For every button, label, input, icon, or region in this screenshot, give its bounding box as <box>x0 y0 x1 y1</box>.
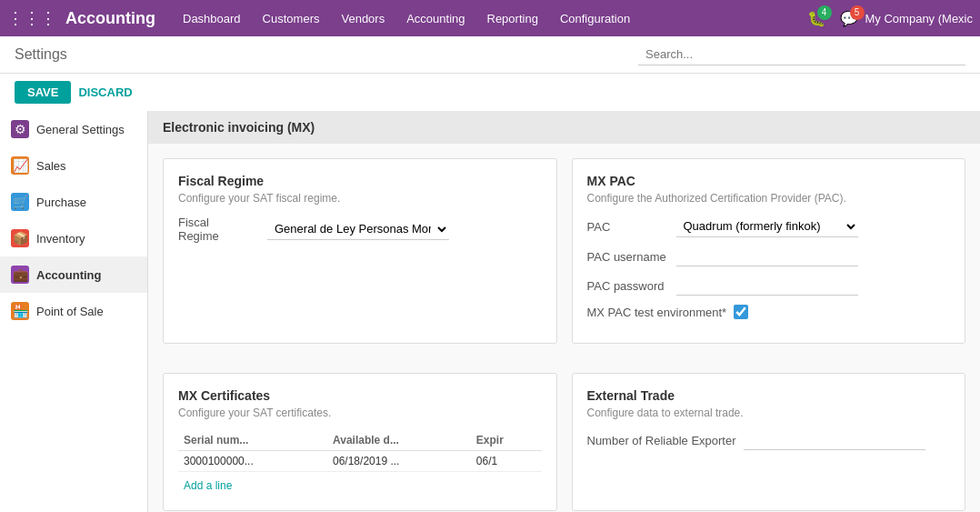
mx-pac-title: MX PAC <box>587 174 951 188</box>
table-row[interactable]: 3000100000... 06/18/2019 ... 06/1 <box>178 451 542 472</box>
inventory-icon: 📦 <box>11 229 29 247</box>
menu-item-reporting[interactable]: Reporting <box>478 5 547 33</box>
main-layout: ⚙ General Settings 📈 Sales 🛒 Purchase 📦 … <box>0 111 980 512</box>
cell-serial: 3000100000... <box>178 451 327 472</box>
mx-pac-subtitle: Configure the Authorized Certification P… <box>587 192 951 205</box>
fiscal-regime-select[interactable]: General de Ley Personas Morales <box>267 218 449 240</box>
bug-badge: 4 <box>817 5 832 20</box>
fiscal-regime-subtitle: Configure your SAT fiscal regime. <box>178 192 542 205</box>
external-trade-subtitle: Configure data to external trade. <box>587 407 951 419</box>
sidebar-item-sales[interactable]: 📈 Sales <box>0 147 147 184</box>
pac-label: PAC <box>587 220 669 234</box>
menu-item-dashboard[interactable]: Dashboard <box>174 5 250 33</box>
menu-item-customers[interactable]: Customers <box>254 5 329 33</box>
action-bar: SAVE DISCARD <box>0 74 980 111</box>
chat-icon[interactable]: 💬 5 <box>840 10 858 27</box>
menu-item-accounting[interactable]: Accounting <box>397 5 474 33</box>
accounting-icon: 💼 <box>11 266 29 284</box>
discard-button[interactable]: DISCARD <box>78 81 132 104</box>
pac-username-row: PAC username <box>587 246 951 266</box>
pac-username-input[interactable] <box>676 246 858 266</box>
mx-certificates-title: MX Certificates <box>178 388 542 403</box>
pac-test-env-checkbox[interactable] <box>734 305 748 319</box>
bug-icon[interactable]: 🐛 4 <box>807 10 825 27</box>
sidebar-label-pos: Point of Sale <box>36 305 104 318</box>
col-available: Available d... <box>327 430 471 451</box>
topnav-right: 🐛 4 💬 5 My Company (Mexic <box>807 10 973 27</box>
settings-bar: Settings <box>0 36 980 74</box>
fiscal-regime-row: FiscalRegime General de Ley Personas Mor… <box>178 216 542 243</box>
reliable-exporter-row: Number of Reliable Exporter <box>587 430 951 450</box>
bottom-section-body: MX Certificates Configure your SAT certi… <box>148 358 980 512</box>
sidebar-label-general: General Settings <box>36 123 125 136</box>
save-button[interactable]: SAVE <box>15 81 71 104</box>
mx-certificates-card: MX Certificates Configure your SAT certi… <box>163 373 557 511</box>
sidebar-label-inventory: Inventory <box>36 232 85 246</box>
sidebar-item-pos[interactable]: 🏪 Point of Sale <box>0 293 147 329</box>
pac-password-input[interactable] <box>676 276 858 296</box>
menu-item-configuration[interactable]: Configuration <box>551 5 639 33</box>
certificates-table: Serial num... Available d... Expir 30001… <box>178 430 542 472</box>
reliable-exporter-label: Number of Reliable Exporter <box>587 434 736 447</box>
pos-icon: 🏪 <box>11 302 29 320</box>
fiscal-regime-title: Fiscal Regime <box>178 174 542 188</box>
pac-username-label: PAC username <box>587 250 669 264</box>
cell-expiry: 06/1 <box>471 451 542 472</box>
menu-item-vendors[interactable]: Vendors <box>332 5 394 33</box>
add-line-button[interactable]: Add a line <box>178 476 237 496</box>
gear-icon: ⚙ <box>11 120 29 138</box>
sidebar-item-accounting[interactable]: 💼 Accounting <box>0 256 147 293</box>
pac-test-env-row: MX PAC test environment* <box>587 305 951 319</box>
pac-test-env-label: MX PAC test environment* <box>587 306 727 319</box>
sidebar-item-inventory[interactable]: 📦 Inventory <box>0 220 147 256</box>
pac-password-label: PAC password <box>587 279 669 293</box>
mx-pac-card: MX PAC Configure the Authorized Certific… <box>572 158 966 344</box>
external-trade-card: External Trade Configure data to externa… <box>572 373 966 511</box>
top-section-body: Fiscal Regime Configure your SAT fiscal … <box>148 144 980 358</box>
reliable-exporter-input[interactable] <box>744 430 925 450</box>
chat-badge: 5 <box>850 5 865 20</box>
col-serial: Serial num... <box>178 430 327 451</box>
page-title: Settings <box>15 46 67 63</box>
sidebar: ⚙ General Settings 📈 Sales 🛒 Purchase 📦 … <box>0 111 148 512</box>
fiscal-regime-card: Fiscal Regime Configure your SAT fiscal … <box>163 158 557 344</box>
apps-menu-button[interactable]: ⋮⋮⋮ <box>7 8 56 28</box>
pac-select[interactable]: Quadrum (formerly finkok)Other PAC <box>676 216 858 237</box>
mx-certificates-subtitle: Configure your SAT certificates. <box>178 407 542 419</box>
chart-icon: 📈 <box>11 156 29 175</box>
pac-password-row: PAC password <box>587 276 951 296</box>
sidebar-label-accounting: Accounting <box>36 268 102 282</box>
section-header: Electronic invoicing (MX) <box>148 111 980 144</box>
purchase-icon: 🛒 <box>11 193 29 211</box>
external-trade-title: External Trade <box>587 388 951 403</box>
sidebar-label-sales: Sales <box>36 159 66 173</box>
sidebar-label-purchase: Purchase <box>36 196 86 209</box>
pac-row: PAC Quadrum (formerly finkok)Other PAC <box>587 216 951 237</box>
cell-available: 06/18/2019 ... <box>327 451 471 472</box>
sidebar-item-general[interactable]: ⚙ General Settings <box>0 111 147 147</box>
search-input[interactable] <box>638 44 965 65</box>
col-expiry: Expir <box>471 430 542 451</box>
main-content: Electronic invoicing (MX) Fiscal Regime … <box>148 111 980 512</box>
fiscal-regime-label: FiscalRegime <box>178 216 260 243</box>
app-title: Accounting <box>65 9 155 28</box>
sidebar-item-purchase[interactable]: 🛒 Purchase <box>0 184 147 220</box>
topnav: ⋮⋮⋮ Accounting Dashboard Customers Vendo… <box>0 0 980 36</box>
main-menu: Dashboard Customers Vendors Accounting R… <box>174 5 807 33</box>
company-label[interactable]: My Company (Mexic <box>865 12 973 25</box>
